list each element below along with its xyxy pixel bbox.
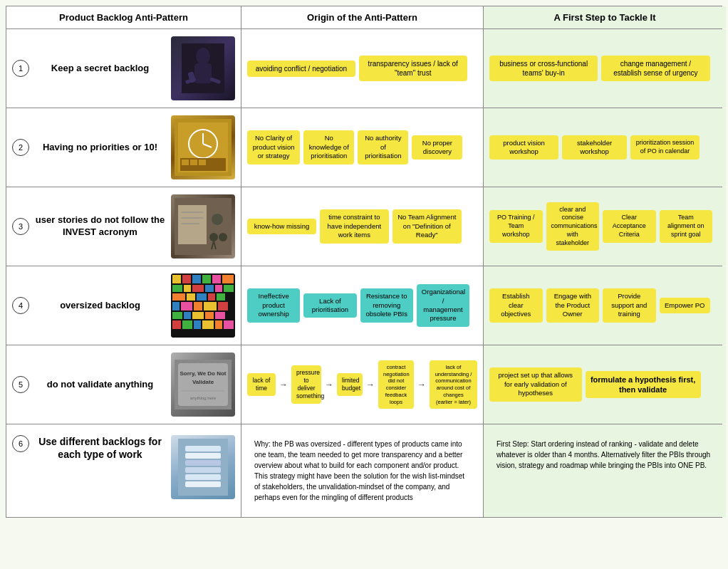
svg-text:anything here: anything here	[190, 396, 217, 400]
origin-cell-1: avoiding conflict / negotiation transpar…	[241, 29, 484, 108]
svg-rect-36	[215, 285, 222, 292]
svg-rect-70	[185, 460, 221, 466]
antipattern-image-4	[171, 273, 235, 338]
origin-tag: contract negotiation did not consider fe…	[378, 360, 414, 409]
origin-tag: avoiding conflict / negotiation	[247, 61, 355, 77]
svg-point-20	[212, 214, 223, 225]
antipattern-cell-2: 2 Having no priorities or 10!	[6, 108, 241, 187]
tackle-tag-engage-po: Engage with the Product Owner	[546, 288, 600, 322]
antipattern-cell-5: 5 do not validate anything Sorry, We Do …	[6, 345, 241, 424]
svg-rect-67	[185, 481, 221, 487]
main-table: Product Backlog Anti-Pattern Origin of t…	[6, 6, 722, 518]
svg-rect-44	[181, 302, 192, 310]
row-number-6: 6	[12, 435, 29, 452]
origin-tag: Organizational / management pressure	[417, 284, 469, 326]
origin-cell-6: Why: the PB was oversized - different ty…	[241, 424, 484, 517]
origin-tag: No knowledge of prioritisation	[303, 130, 354, 164]
row-number-2: 2	[12, 139, 29, 156]
svg-rect-48	[172, 312, 182, 319]
svg-rect-32	[172, 285, 182, 292]
svg-rect-57	[215, 320, 222, 329]
svg-rect-26	[172, 275, 181, 283]
tackle-cell-3: PO Training / Team workshop clear and co…	[484, 187, 726, 266]
table-row: 2 Having no priorities or 10!	[6, 108, 722, 187]
tackle-tag: change management / establish sense of u…	[601, 56, 709, 81]
origin-cell-3: know-how missing time constraint to have…	[241, 187, 484, 266]
tackle-cell-4: Establish clear objectives Engage with t…	[484, 266, 726, 345]
tackle-text-6: First Step: Start ordering instead of ra…	[489, 432, 720, 478]
table-row: 3 user stories do not follow the INVEST …	[6, 187, 722, 266]
svg-rect-12	[182, 160, 189, 165]
antipattern-label-3: user stories do not follow the INVEST ac…	[35, 214, 165, 239]
svg-rect-69	[185, 467, 221, 473]
svg-rect-47	[218, 302, 228, 310]
origin-tag: limited budget	[337, 373, 363, 396]
svg-rect-54	[182, 320, 192, 329]
svg-rect-58	[224, 320, 234, 329]
origin-tag: No proper discovery	[412, 135, 462, 160]
tackle-cell-6: First Step: Start ordering instead of ra…	[484, 424, 726, 517]
svg-rect-13	[190, 160, 197, 165]
antipattern-cell-6: 6 Use different backlogs for each type o…	[6, 424, 241, 517]
svg-rect-49	[184, 312, 191, 319]
tackle-tag: project set up that allows for early val…	[489, 367, 582, 401]
svg-rect-53	[172, 320, 181, 329]
svg-rect-41	[208, 293, 215, 301]
origin-tag: know-how missing	[247, 219, 316, 234]
origin-cell-5: lack of time → pressure to deliver somet…	[241, 345, 484, 424]
tackle-tag: Team alignment on sprint goal	[660, 210, 713, 242]
svg-rect-33	[184, 285, 191, 292]
antipattern-label-2: Having no priorities or 10!	[35, 142, 165, 154]
tackle-tag-support-training: Provide support and training	[603, 288, 656, 322]
svg-rect-52	[215, 312, 225, 319]
flow-arrow: →	[325, 380, 333, 390]
svg-rect-34	[192, 285, 204, 292]
svg-rect-55	[194, 320, 201, 329]
table-header: Product Backlog Anti-Pattern Origin of t…	[6, 6, 722, 29]
tackle-tag: PO Training / Team workshop	[489, 210, 543, 242]
svg-rect-30	[212, 275, 221, 283]
antipattern-image-5: Sorry, We Do Not Validate anything here	[171, 353, 235, 417]
origin-tag: lack of time	[247, 373, 276, 396]
antipattern-image-2	[171, 115, 235, 179]
tackle-tag-empower-po: Empower PO	[660, 298, 710, 313]
tackle-tag: business or cross-functional teams' buy-…	[489, 56, 598, 81]
tackle-tag: stakeholder workshop	[562, 135, 627, 160]
tackle-tag: product vision workshop	[489, 135, 558, 160]
svg-rect-72	[185, 446, 221, 451]
svg-rect-29	[202, 275, 211, 283]
svg-rect-46	[204, 302, 217, 310]
tackle-tag-hypothesis: formulate a hypothesis first, then valid…	[586, 371, 701, 399]
origin-tag: Lack of prioritisation	[303, 293, 356, 318]
svg-rect-37	[224, 285, 234, 292]
svg-rect-68	[185, 474, 221, 480]
flow-arrow: →	[366, 380, 375, 390]
antipattern-label-4: oversized backlog	[35, 300, 165, 312]
tackle-tag: clear and concise communications with st…	[546, 202, 600, 251]
svg-rect-56	[202, 320, 214, 329]
svg-rect-27	[182, 275, 191, 283]
origin-tag: pressure to deliver something	[291, 365, 321, 404]
svg-rect-59	[172, 330, 234, 336]
origin-cell-2: No Clarity of product vision or strategy…	[241, 108, 484, 187]
svg-point-1	[196, 48, 210, 65]
antipattern-cell-1: 1 Keep a secret backlog	[6, 29, 241, 108]
origin-cell-4: Ineffective product ownership Lack of pr…	[241, 266, 484, 345]
row-number-5: 5	[12, 376, 29, 393]
tackle-tag-establish-objectives: Establish clear objectives	[489, 288, 543, 322]
svg-point-21	[209, 233, 218, 241]
row-number-1: 1	[12, 60, 29, 77]
tackle-tag: prioritization session of PO in calendar	[630, 135, 700, 159]
antipattern-image-1	[171, 36, 235, 100]
tackle-cell-2: product vision workshop stakeholder work…	[484, 108, 726, 187]
origin-tag: No Clarity of product vision or strategy	[247, 130, 300, 164]
tackle-cell-1: business or cross-functional teams' buy-…	[484, 29, 726, 108]
svg-rect-31	[222, 275, 234, 283]
svg-rect-40	[197, 293, 207, 301]
origin-tag: transparency issues / lack of "team" tru…	[359, 56, 467, 81]
svg-rect-51	[205, 312, 214, 319]
origin-tag: Ineffective product ownership	[247, 288, 300, 322]
svg-rect-71	[185, 453, 221, 459]
origin-tag: lack of understanding / communication ar…	[430, 360, 477, 409]
antipattern-cell-3: 3 user stories do not follow the INVEST …	[6, 187, 241, 266]
